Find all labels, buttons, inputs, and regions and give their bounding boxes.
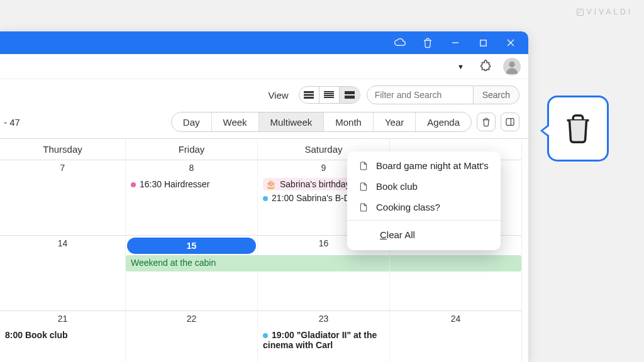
svg-rect-12 — [345, 91, 355, 94]
cell-14[interactable]: 14 — [0, 236, 126, 311]
range-year[interactable]: Year — [374, 112, 416, 132]
trash-clear-all[interactable]: Clear All — [347, 223, 501, 246]
col-friday: Friday — [126, 139, 258, 160]
vivaldi-watermark: ✓VIVALDI — [577, 8, 633, 16]
week-number: - 47 — [0, 117, 20, 128]
minimize-button[interactable] — [441, 31, 469, 54]
maximize-button[interactable] — [469, 31, 497, 54]
address-bar: ▼ — [0, 54, 528, 79]
event-hairdresser[interactable]: 16:30 Hairdresser — [131, 179, 252, 189]
toolbar-trash-icon[interactable] — [477, 112, 496, 131]
search-button[interactable]: Search — [474, 85, 519, 104]
trash-icon — [563, 112, 593, 146]
cell-21[interactable]: 21 8:00 Book club — [0, 311, 126, 362]
trash-menu: Board game night at Matt's Book club Coo… — [347, 151, 501, 250]
range-multiweek[interactable]: Multiweek — [259, 112, 325, 132]
range-month[interactable]: Month — [324, 112, 374, 132]
svg-rect-13 — [345, 96, 355, 99]
callout-bubble — [547, 96, 609, 162]
search-input[interactable] — [367, 85, 474, 104]
svg-rect-8 — [324, 91, 334, 92]
svg-rect-9 — [324, 93, 334, 94]
svg-rect-11 — [324, 97, 334, 98]
density-compact[interactable] — [299, 87, 319, 103]
svg-rect-6 — [304, 94, 314, 96]
trash-item-1[interactable]: Board game night at Matt's — [347, 155, 501, 176]
svg-point-4 — [509, 61, 514, 67]
trash-item-3[interactable]: Cooking class? — [347, 197, 501, 217]
view-density-pill — [299, 86, 360, 104]
document-icon — [358, 161, 369, 171]
density-large[interactable] — [340, 87, 360, 103]
trash-item-2[interactable]: Book club — [347, 176, 501, 197]
cloud-icon[interactable] — [386, 31, 414, 54]
range-day[interactable]: Day — [172, 112, 212, 132]
toolbar-panel-icon[interactable] — [501, 112, 519, 131]
titlebar — [0, 31, 528, 54]
range-week[interactable]: Week — [212, 112, 259, 132]
close-button[interactable] — [497, 31, 525, 54]
svg-rect-7 — [304, 97, 314, 99]
cell-23[interactable]: 23 19:00 "Gladiator II" at the cinema wi… — [258, 311, 390, 362]
document-icon — [358, 202, 369, 212]
range-agenda[interactable]: Agenda — [416, 112, 471, 132]
avatar[interactable] — [503, 58, 521, 75]
view-label: View — [268, 90, 288, 101]
trash-icon[interactable] — [414, 31, 441, 54]
document-icon — [358, 182, 369, 192]
event-book-club[interactable]: 8:00 Book club — [5, 330, 120, 340]
col-thursday: Thursday — [0, 139, 126, 160]
cell-15[interactable]: 15 Weekend at the cabin — [126, 236, 258, 311]
cell-22[interactable]: 22 — [126, 311, 258, 362]
event-gladiator[interactable]: 19:00 "Gladiator II" at the cinema with … — [263, 330, 384, 350]
density-medium[interactable] — [319, 87, 340, 103]
svg-rect-5 — [304, 91, 314, 93]
range-pill: Day Week Multiweek Month Year Agenda — [171, 112, 472, 132]
svg-rect-1 — [480, 40, 486, 45]
url-dropdown-icon[interactable]: ▼ — [452, 60, 469, 73]
today-indicator: 15 — [127, 238, 256, 254]
cell-7[interactable]: 7 — [0, 160, 126, 236]
svg-rect-10 — [324, 95, 334, 96]
svg-rect-14 — [506, 119, 514, 126]
cell-24[interactable]: 24 — [390, 311, 522, 362]
cell-8[interactable]: 8 16:30 Hairdresser — [126, 160, 258, 236]
extensions-icon[interactable] — [478, 58, 494, 75]
